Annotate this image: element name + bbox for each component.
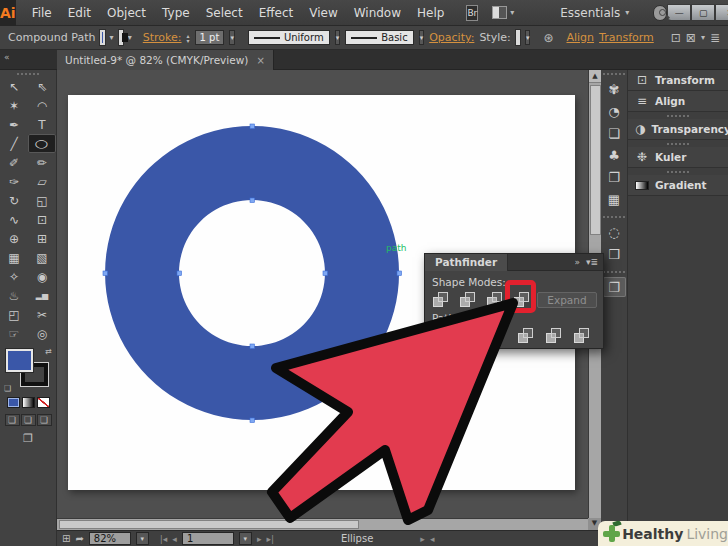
document-tab[interactable]: Untitled-9* @ 82% (CMYK/Preview) × bbox=[57, 50, 274, 70]
first-artboard-icon[interactable]: |◂ bbox=[160, 534, 168, 544]
lasso-tool[interactable]: ◠ bbox=[28, 96, 56, 115]
symbol-sprayer-tool[interactable]: ♨ bbox=[0, 286, 28, 305]
transform-panel-button[interactable]: ⊡ Transform bbox=[628, 70, 728, 91]
fill-swatch[interactable] bbox=[100, 30, 104, 45]
draw-normal-icon[interactable]: ❏ bbox=[5, 414, 20, 426]
fill-color-swatch[interactable] bbox=[6, 349, 33, 372]
type-tool[interactable]: T bbox=[28, 115, 56, 134]
pathfinder-panel-tab[interactable]: Pathfinder bbox=[425, 254, 508, 271]
artboard-tool[interactable]: ◰ bbox=[0, 305, 28, 324]
scroll-up-icon[interactable]: ▲ bbox=[589, 70, 601, 83]
menu-window[interactable]: Window bbox=[346, 6, 409, 20]
status-collapse-icon[interactable]: ◂ bbox=[430, 534, 435, 544]
column-graph-tool[interactable]: ▂▅ bbox=[28, 286, 56, 305]
color-panel-icon[interactable]: ✾ bbox=[603, 79, 626, 99]
stroke-width-caret[interactable]: ▾ bbox=[229, 30, 235, 45]
stroke-width-stepper[interactable]: ▴ ▾ bbox=[187, 33, 190, 43]
rotate-tool[interactable]: ↻ bbox=[0, 191, 28, 210]
width-tool[interactable]: ∿ bbox=[0, 210, 28, 229]
pathfinder-panel-header[interactable]: Pathfinder » ▾≣ bbox=[425, 254, 603, 271]
bridge-button[interactable]: Br bbox=[466, 5, 478, 21]
style-swatch[interactable] bbox=[516, 30, 520, 45]
compound-path-ring[interactable] bbox=[105, 126, 399, 420]
recolor-artwork-icon[interactable]: ⊛ bbox=[543, 31, 553, 45]
gradient-panel-button[interactable]: Gradient bbox=[628, 175, 728, 196]
transparency-panel-button[interactable]: ◑ Transparency bbox=[628, 119, 728, 140]
status-expand-icon[interactable]: ▸ bbox=[420, 534, 425, 544]
pencil-tool[interactable]: ✏ bbox=[28, 153, 56, 172]
menu-help[interactable]: Help bbox=[409, 6, 452, 20]
variable-width-select[interactable]: Uniform bbox=[248, 30, 330, 45]
pen-tool[interactable]: ✒ bbox=[0, 115, 28, 134]
last-artboard-icon[interactable]: ▸| bbox=[266, 534, 274, 544]
unite-button[interactable] bbox=[432, 292, 449, 307]
menu-file[interactable]: File bbox=[24, 6, 60, 20]
artboards-panel-icon[interactable]: ❐ bbox=[603, 167, 626, 187]
paintbrush-tool[interactable]: ✐ bbox=[0, 153, 28, 172]
free-transform-tool[interactable]: ⊡ bbox=[28, 210, 56, 229]
horizontal-scroll-thumb[interactable] bbox=[59, 520, 359, 529]
pathfinder-panel-icon[interactable]: ❐ bbox=[603, 277, 626, 297]
brush-caret[interactable]: ▾ bbox=[419, 30, 425, 45]
expand-button[interactable]: Expand bbox=[537, 292, 597, 308]
status-icon-b[interactable]: ➦ bbox=[75, 533, 83, 544]
mesh-tool[interactable]: ▦ bbox=[0, 248, 28, 267]
perspective-grid-tool[interactable]: ⊞ bbox=[28, 229, 56, 248]
crop-button[interactable] bbox=[517, 328, 534, 343]
kuler-panel-button[interactable]: ❉ Kuler bbox=[628, 147, 728, 168]
eyedropper-tool[interactable]: ✧ bbox=[0, 267, 28, 286]
default-fill-stroke-icon[interactable]: ❏ bbox=[4, 384, 11, 393]
vertical-scroll-thumb[interactable] bbox=[590, 85, 601, 235]
style-caret[interactable]: ▾ bbox=[525, 30, 531, 45]
panel-menu-icon[interactable]: ▾≣ bbox=[586, 257, 598, 267]
arrange-documents-button[interactable]: ▾ bbox=[492, 6, 514, 19]
dock-drag-handle[interactable] bbox=[601, 268, 627, 275]
gradient-panel-icon[interactable]: ◔ bbox=[603, 101, 626, 121]
menu-object[interactable]: Object bbox=[99, 6, 154, 20]
slice-tool[interactable]: ✂ bbox=[28, 305, 56, 324]
stroke-link[interactable]: Stroke: bbox=[143, 31, 182, 44]
magic-wand-tool[interactable]: ✶ bbox=[0, 96, 28, 115]
horizontal-scrollbar[interactable] bbox=[57, 518, 588, 530]
menu-select[interactable]: Select bbox=[198, 6, 251, 20]
prev-artboard-icon[interactable]: ◂ bbox=[172, 534, 177, 544]
ellipse-tool[interactable]: ○ bbox=[28, 134, 56, 153]
stroke-caret[interactable]: ▾ bbox=[128, 33, 132, 42]
artboard-number-field[interactable]: 1 bbox=[182, 532, 234, 545]
swatches-panel-icon[interactable]: ▦ bbox=[603, 189, 626, 209]
workspace-switcher[interactable]: Essentials ▾ bbox=[560, 6, 629, 20]
menu-edit[interactable]: Edit bbox=[60, 6, 99, 20]
panel-drag-handle[interactable] bbox=[628, 168, 728, 175]
align-link[interactable]: Align bbox=[566, 31, 594, 44]
minimize-button[interactable]: — bbox=[667, 4, 691, 21]
collapse-tools-icon[interactable]: « bbox=[0, 50, 57, 69]
dock-drag-handle[interactable] bbox=[601, 213, 627, 220]
none-button[interactable] bbox=[37, 397, 50, 408]
control-panel-menu-icon[interactable]: ≣ bbox=[710, 31, 720, 45]
swap-fill-stroke-icon[interactable]: ⇄ bbox=[45, 347, 52, 356]
trim-button[interactable] bbox=[458, 328, 475, 343]
stroke-width-field[interactable]: 1 pt bbox=[195, 30, 225, 45]
line-segment-tool[interactable]: ╱ bbox=[0, 134, 28, 153]
menu-view[interactable]: View bbox=[301, 6, 345, 20]
minus-front-button[interactable] bbox=[459, 292, 476, 307]
menu-type[interactable]: Type bbox=[154, 6, 198, 20]
selection-tool[interactable]: ↖ bbox=[0, 77, 28, 96]
next-artboard-icon[interactable]: ▸ bbox=[257, 534, 262, 544]
merge-button[interactable] bbox=[484, 328, 501, 343]
blend-tool[interactable]: ◉ bbox=[28, 267, 56, 286]
outline-button[interactable] bbox=[545, 328, 562, 343]
collapse-panel-icon[interactable]: » bbox=[574, 257, 580, 267]
select-similar-caret[interactable]: ▾ bbox=[701, 33, 705, 42]
color-button[interactable] bbox=[7, 397, 20, 408]
opacity-link[interactable]: Opacity: bbox=[429, 31, 474, 44]
zoom-tool[interactable]: ◎ bbox=[28, 324, 56, 343]
search-input[interactable] bbox=[653, 5, 667, 21]
close-button[interactable]: ✕ bbox=[715, 4, 728, 21]
gradient-tool[interactable]: ▧ bbox=[28, 248, 56, 267]
zoom-level-caret[interactable]: ▾ bbox=[136, 532, 149, 545]
panel-drag-handle[interactable] bbox=[628, 140, 728, 147]
minus-back-button[interactable] bbox=[573, 328, 590, 343]
menu-effect[interactable]: Effect bbox=[251, 6, 302, 20]
stroke-swatch[interactable] bbox=[119, 30, 123, 45]
